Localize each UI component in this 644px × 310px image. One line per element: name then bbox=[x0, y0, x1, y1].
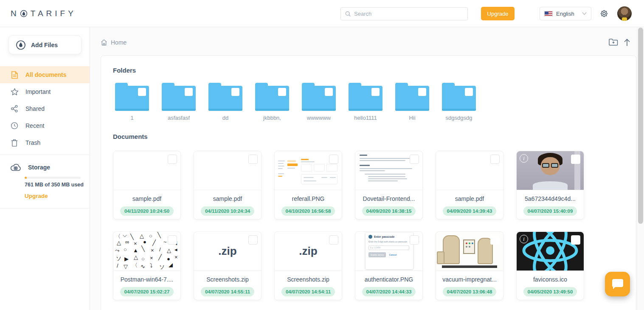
notarify-logo[interactable]: N TARIFY bbox=[11, 9, 76, 18]
document-checkbox[interactable] bbox=[329, 235, 338, 245]
folder-checkbox[interactable] bbox=[465, 88, 473, 96]
document-checkbox[interactable] bbox=[571, 155, 580, 164]
folder-item[interactable]: sdgsdgsdg bbox=[436, 83, 482, 121]
document-name: 5a672344d49c4d... bbox=[520, 195, 580, 202]
document-thumbnail bbox=[436, 151, 503, 190]
search-icon bbox=[345, 11, 351, 17]
folder-item[interactable]: 1 bbox=[109, 83, 155, 121]
document-date-badge: 04/05/2020 13:49:50 bbox=[523, 287, 577, 296]
sidebar-item-important[interactable]: Important bbox=[0, 83, 90, 100]
upload-arrow-icon[interactable] bbox=[623, 38, 631, 47]
folder-icon bbox=[115, 83, 149, 111]
sidebar-item-shared[interactable]: Shared bbox=[0, 100, 90, 117]
storage-progress-fill bbox=[25, 177, 27, 179]
folder-checkbox[interactable] bbox=[231, 88, 239, 96]
language-label: English bbox=[556, 11, 579, 17]
chat-button[interactable] bbox=[605, 272, 630, 296]
document-card[interactable]: Enter passcode Enter the 6 digit auth.el… bbox=[355, 231, 423, 300]
document-checkbox[interactable] bbox=[329, 155, 338, 164]
document-checkbox[interactable] bbox=[490, 155, 500, 164]
sidebar-item-recent[interactable]: Recent bbox=[0, 117, 90, 134]
sidebar-item-label: Shared bbox=[25, 105, 45, 112]
documents-row: sample.pdf 04/11/2020 10:24:50 sample.pd… bbox=[113, 151, 584, 220]
sidebar-item-label: Important bbox=[25, 88, 51, 95]
search-box[interactable] bbox=[340, 7, 468, 20]
logo-text-suffix: TARIFY bbox=[31, 9, 76, 18]
document-card[interactable]: sample.pdf 04/09/2020 14:39:43 bbox=[436, 151, 503, 220]
sidebar: Add Files All documents Important Shared… bbox=[0, 27, 90, 310]
document-card[interactable]: Dovetail-Frontend... 04/09/2020 16:38:15 bbox=[355, 151, 423, 220]
document-card[interactable]: referall.PNG 04/10/2020 16:56:58 bbox=[274, 151, 342, 220]
document-card[interactable]: i 5a672344d49c4d... 04/07/2020 15:40:09 bbox=[516, 151, 584, 220]
folder-checkbox[interactable] bbox=[138, 88, 146, 96]
document-checkbox[interactable] bbox=[410, 155, 419, 164]
document-name: Screenshots.zip bbox=[197, 276, 258, 283]
storage-progress-bar bbox=[25, 177, 81, 179]
passcode-input: E.g. 123456 bbox=[368, 245, 409, 250]
folder-icon bbox=[302, 83, 336, 111]
breadcrumb-home[interactable]: Home bbox=[101, 39, 127, 46]
document-checkbox[interactable] bbox=[168, 235, 177, 245]
document-card[interactable]: .zip Screenshots.zip 04/07/2020 14:54:11 bbox=[274, 231, 342, 300]
storage-upgrade-link[interactable]: Upgrade bbox=[25, 193, 48, 199]
folder-icon bbox=[255, 83, 289, 111]
user-avatar[interactable] bbox=[617, 6, 632, 21]
folder-item[interactable]: dd bbox=[202, 83, 249, 121]
react-logo-thumbnail: i bbox=[517, 232, 584, 271]
document-checkbox[interactable] bbox=[248, 155, 258, 164]
zip-thumbnail: .zip bbox=[194, 232, 261, 271]
folder-checkbox[interactable] bbox=[278, 88, 286, 96]
language-selector[interactable]: English bbox=[540, 7, 591, 20]
document-checkbox[interactable] bbox=[410, 235, 419, 245]
document-card[interactable]: sample.pdf 04/11/2020 10:24:50 bbox=[113, 151, 181, 220]
document-card[interactable]: i faviconss.ico 04/05/2020 13:49:50 bbox=[516, 231, 584, 300]
document-checkbox[interactable] bbox=[571, 235, 580, 245]
main-content: Home Folders 1 asfasfasf dd jkbbbn, bbox=[90, 27, 637, 310]
document-date-badge: 04/07/2020 14:54:11 bbox=[281, 287, 335, 296]
document-name: vacuum-impregnat... bbox=[439, 276, 500, 283]
folder-item[interactable]: asfasfasf bbox=[155, 83, 202, 121]
sidebar-divider bbox=[0, 208, 90, 209]
document-checkbox[interactable] bbox=[490, 235, 500, 245]
folder-item[interactable]: jkbbbn, bbox=[249, 83, 295, 121]
folder-item[interactable]: Hii bbox=[389, 83, 436, 121]
document-thumbnail bbox=[275, 151, 342, 190]
document-name: Dovetail-Frontend... bbox=[359, 195, 419, 202]
sidebar-item-all-documents[interactable]: All documents bbox=[0, 66, 90, 83]
document-date-badge: 04/07/2020 13:06:48 bbox=[443, 287, 497, 296]
document-card[interactable]: 〈⌵╲△○╲◁ △∞×●╱~◀ ⤳○▲╲×/△◂ ソ▶△○×╱●× /▽〈∿⤵ソ… bbox=[113, 231, 181, 300]
settings-gear-icon[interactable] bbox=[599, 9, 609, 18]
document-name: Postman-win64-7.... bbox=[117, 276, 177, 283]
folder-checkbox[interactable] bbox=[185, 88, 193, 96]
new-folder-icon[interactable] bbox=[609, 38, 618, 46]
document-name: sample.pdf bbox=[117, 195, 177, 202]
add-files-button[interactable]: Add Files bbox=[8, 35, 82, 54]
folder-item[interactable]: wwwwww bbox=[295, 83, 342, 121]
document-date-badge: 04/07/2020 15:40:09 bbox=[523, 206, 577, 216]
chevron-down-icon bbox=[582, 12, 587, 15]
document-date-badge: 04/10/2020 16:56:58 bbox=[281, 206, 335, 216]
search-input[interactable] bbox=[354, 11, 463, 17]
sidebar-item-trash[interactable]: Trash bbox=[0, 134, 90, 151]
folder-checkbox[interactable] bbox=[418, 88, 426, 96]
document-thumbnail: Enter passcode Enter the 6 digit auth.el… bbox=[355, 232, 422, 271]
info-icon[interactable]: i bbox=[520, 235, 528, 243]
upgrade-button[interactable]: Upgrade bbox=[481, 7, 515, 20]
share-icon bbox=[10, 105, 19, 113]
document-checkbox[interactable] bbox=[248, 235, 258, 245]
info-icon[interactable]: i bbox=[520, 154, 528, 163]
video-thumbnail: i bbox=[517, 151, 584, 190]
vertical-scrollbar[interactable] bbox=[637, 27, 644, 310]
folder-item[interactable]: hello1111 bbox=[342, 83, 389, 121]
shield-icon bbox=[368, 235, 372, 239]
documents-row: 〈⌵╲△○╲◁ △∞×●╱~◀ ⤳○▲╲×/△◂ ソ▶△○×╱●× /▽〈∿⤵ソ… bbox=[113, 231, 584, 300]
folder-checkbox[interactable] bbox=[325, 88, 333, 96]
passcode-title: Enter passcode bbox=[374, 235, 394, 238]
folder-name: hello1111 bbox=[354, 115, 377, 121]
document-checkbox[interactable] bbox=[168, 155, 177, 164]
document-card[interactable]: vacuum-impregnat... 04/07/2020 13:06:48 bbox=[436, 231, 503, 300]
document-card[interactable]: .zip Screenshots.zip 04/07/2020 14:55:11 bbox=[194, 231, 262, 300]
scrollbar-thumb[interactable] bbox=[638, 28, 643, 224]
folder-checkbox[interactable] bbox=[371, 88, 380, 96]
document-card[interactable]: sample.pdf 04/11/2020 10:24:34 bbox=[194, 151, 262, 220]
